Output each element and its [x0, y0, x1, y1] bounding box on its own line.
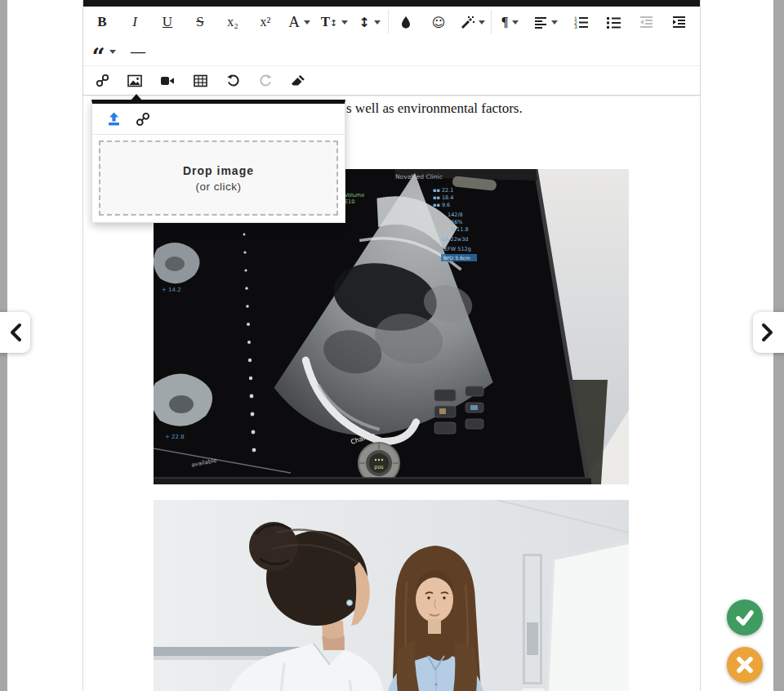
clinic-name-text: NovaMed Clinic: [395, 173, 443, 181]
svg-text:GA 22w3d: GA 22w3d: [441, 236, 468, 243]
subscript-button[interactable]: x₂: [216, 10, 249, 34]
chevron-down-icon: [304, 20, 310, 25]
tab-upload[interactable]: [99, 106, 128, 132]
table-icon: [194, 74, 207, 87]
strikethrough-button[interactable]: S: [184, 10, 216, 34]
redo-button[interactable]: [249, 69, 282, 93]
link-icon: [96, 74, 109, 87]
outdent-button[interactable]: [630, 10, 662, 34]
image-icon: [127, 74, 142, 87]
insert-table-button[interactable]: [184, 69, 216, 93]
svg-text:3: 3: [574, 24, 577, 29]
chevron-down-icon: [374, 20, 381, 25]
chevron-right-icon: [761, 323, 774, 342]
insert-link-button[interactable]: [86, 69, 118, 93]
svg-text:EFW 512g: EFW 512g: [444, 246, 471, 252]
line-height-button[interactable]: ↕: [352, 10, 387, 34]
unordered-list-icon: [607, 16, 621, 29]
svg-text:▪▪ 18.4: ▪▪ 18.4: [433, 194, 453, 201]
toolbar-row-2: “ —: [83, 38, 700, 65]
video-icon: [160, 75, 175, 87]
paragraph-text: s well as environmental factors.: [346, 100, 523, 117]
tab-image-url[interactable]: [128, 106, 158, 132]
insert-image-button[interactable]: [118, 69, 151, 93]
chevron-down-icon: [341, 20, 348, 25]
svg-text:▪▪ 9.6: ▪▪ 9.6: [433, 202, 450, 208]
underline-button[interactable]: U: [151, 10, 184, 34]
svg-text:BPD 5.6cm: BPD 5.6cm: [443, 255, 470, 261]
ordered-list-icon: 1 2 3: [574, 16, 588, 29]
magic-wand-button[interactable]: [455, 10, 490, 34]
remove-format-button[interactable]: [282, 69, 314, 93]
carousel-prev-button[interactable]: [0, 312, 30, 353]
color-droplet-button[interactable]: [390, 10, 422, 34]
text-color-button[interactable]: A: [282, 10, 317, 34]
align-left-icon: [534, 16, 547, 29]
dropdown-caret-up-icon: [131, 94, 142, 100]
ordered-list-button[interactable]: 1 2 3: [564, 10, 597, 34]
italic-button[interactable]: I: [118, 10, 151, 34]
svg-text:+ 22.8: + 22.8: [165, 434, 185, 440]
insert-image-dropdown: Drop image (or click): [91, 100, 345, 223]
consultation-photo[interactable]: [154, 500, 629, 691]
carousel-next-button[interactable]: [753, 312, 784, 353]
svg-text:+ 14.2: + 14.2: [162, 287, 181, 293]
font-size-button[interactable]: T↕: [317, 10, 352, 34]
undo-icon: [226, 74, 240, 87]
wand-icon: [461, 16, 474, 29]
confirm-button[interactable]: [727, 600, 763, 635]
horizontal-rule-button[interactable]: —: [122, 39, 154, 64]
bold-button[interactable]: B: [86, 10, 118, 34]
droplet-icon: [399, 16, 412, 29]
chevron-down-icon: [551, 20, 558, 25]
svg-text:Volume: Volume: [345, 192, 364, 198]
toolbar-row-3: [83, 65, 700, 95]
editor-toolbar: B I U S x₂ x² A T↕ ↕ ☺: [83, 7, 700, 96]
link-icon: [136, 112, 150, 127]
paragraph-format-button[interactable]: ¶: [492, 10, 528, 34]
dropzone-title: Drop image: [183, 164, 254, 177]
blockquote-button[interactable]: “: [86, 39, 122, 64]
indent-icon: [672, 16, 686, 29]
insert-video-button[interactable]: [151, 69, 184, 93]
svg-text:D 11.8: D 11.8: [451, 226, 469, 233]
x-icon: [735, 655, 755, 675]
redo-icon: [259, 74, 273, 87]
toolbar-separator: [491, 10, 492, 34]
svg-text:66%: 66%: [451, 219, 462, 225]
cancel-button[interactable]: [727, 647, 763, 683]
svg-text:142/8: 142/8: [448, 212, 463, 218]
indent-button[interactable]: [662, 10, 695, 34]
superscript-button[interactable]: x²: [249, 10, 282, 34]
svg-text:pos: pos: [374, 464, 384, 470]
emoji-button[interactable]: ☺: [422, 10, 455, 34]
image-dropzone[interactable]: Drop image (or click): [99, 140, 338, 216]
eraser-icon: [291, 74, 305, 87]
undo-button[interactable]: [216, 69, 249, 93]
check-icon: [734, 607, 755, 628]
dropzone-subtitle: (or click): [196, 181, 242, 193]
chevron-down-icon: [479, 20, 485, 25]
chevron-down-icon: [512, 20, 519, 25]
image-dropdown-tabs: [92, 104, 345, 135]
svg-text:▪▪ 22.1: ▪▪ 22.1: [433, 187, 453, 194]
align-button[interactable]: [528, 10, 564, 34]
upload-icon: [106, 112, 122, 127]
svg-text:E10: E10: [345, 198, 354, 205]
unordered-list-button[interactable]: [597, 10, 630, 34]
chevron-down-icon: [109, 50, 116, 54]
chevron-left-icon: [9, 323, 22, 342]
editor-top-bar: [83, 0, 700, 7]
toolbar-separator: [388, 10, 389, 34]
toolbar-row-1: B I U S x₂ x² A T↕ ↕ ☺: [83, 7, 700, 38]
outdent-icon: [639, 16, 653, 29]
